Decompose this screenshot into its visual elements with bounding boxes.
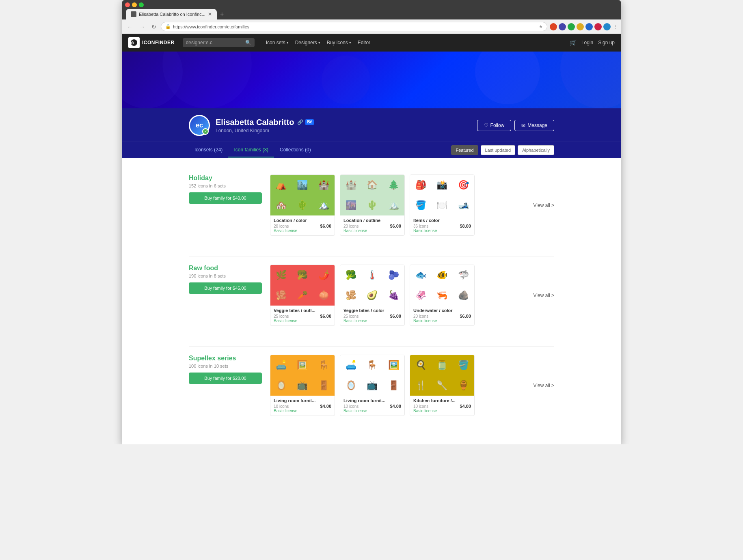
preview-icon-3: 🏰 <box>313 175 335 195</box>
browser-ext-3[interactable] <box>568 23 575 30</box>
icon-license-veggie-color: Basic license <box>343 319 401 323</box>
maximize-button[interactable] <box>139 2 144 7</box>
nav-buy-icons[interactable]: Buy icons ▾ <box>327 40 351 45</box>
family-section-holiday: Holiday 152 icons in 6 sets Buy family f… <box>189 166 554 244</box>
icon-set-preview-veggie-color: 🥦 🌡️ 🫐 🫚 🥑 🍇 <box>340 265 404 306</box>
search-input[interactable] <box>186 40 243 45</box>
tab-icon-families[interactable]: Icon families (3) <box>228 143 274 157</box>
browser-ext-1[interactable] <box>550 23 557 30</box>
preview-icon-7: 🏰 <box>340 175 362 195</box>
preview-icon-31: 🐟 <box>410 265 432 285</box>
icon-set-card-veggie-color[interactable]: 🥦 🌡️ 🫐 🫚 🥑 🍇 Veggie bites / color <box>340 265 405 326</box>
behance-icon[interactable]: Bē <box>305 119 314 125</box>
icon-set-preview-veggie-outline: 🌿 🥦 🌶️ 🫚 🥕 🧅 <box>270 265 335 306</box>
preview-icon-33: 🦈 <box>453 265 474 285</box>
view-all-holiday[interactable]: View all > <box>530 174 554 236</box>
buy-button-rawfood[interactable]: Buy family for $45.00 <box>189 282 262 294</box>
tab-collections[interactable]: Collections (0) <box>274 143 317 157</box>
family-meta-rawfood: 190 icons in 8 sets <box>189 274 262 278</box>
icon-set-preview-kitchen: 🍳 🫙 🪣 🍴 🥄 🏺 <box>410 355 474 396</box>
signup-button[interactable]: Sign up <box>598 40 615 45</box>
forward-button[interactable]: → <box>137 23 147 31</box>
icon-count-veggie-outline: 25 icons <box>274 314 289 319</box>
icon-set-card-veggie-outline[interactable]: 🌿 🥦 🌶️ 🫚 🥕 🧅 Veggie bites / outl... <box>270 265 335 326</box>
icon-set-preview-items-color: 🎒 📸 🎯 🪣 🍽️ 🎿 <box>410 175 474 215</box>
price-row-living-room-1: 10 icons $4.00 <box>274 404 331 409</box>
preview-icon-47: 📺 <box>362 375 383 396</box>
browser-ext-4[interactable] <box>577 23 584 30</box>
browser-tab[interactable]: Elisabetta Calabritto on Iconfinc... ✕ <box>126 9 217 19</box>
new-tab-button[interactable]: + <box>217 9 227 19</box>
tab-iconsets[interactable]: Iconsets (24) <box>189 143 228 157</box>
hero-circle-2 <box>162 52 252 108</box>
preview-icon-53: 🥄 <box>432 375 453 396</box>
sort-alphabetically[interactable]: Alphabetically <box>518 145 554 155</box>
preview-icon-37: 🛋️ <box>270 355 292 375</box>
close-button[interactable] <box>125 2 130 7</box>
tab-favicon <box>131 11 136 17</box>
price-row-underwater: 20 icons $6.00 <box>413 314 471 319</box>
icon-set-card-location-outline[interactable]: 🏰 🏠 🌲 🌆 🌵 🏔️ Location / outline <box>340 174 405 236</box>
icon-set-info-underwater: Underwater / color 20 icons $6.00 Basic … <box>410 306 474 325</box>
preview-icon-41: 📺 <box>292 375 313 396</box>
refresh-button[interactable]: ↻ <box>149 23 158 31</box>
family-title-holiday: Holiday <box>189 174 262 182</box>
url-bar[interactable]: 🔒 https://www.iconfinder.com/e.c/familie… <box>161 22 547 31</box>
family-meta-supellex: 100 icons in 10 sets <box>189 364 262 368</box>
app: ⊙ ICONFINDER 🔍 Icon sets ▾ Designers ▾ B <box>122 34 621 444</box>
tab-label: Elisabetta Calabritto on Iconfinc... <box>139 12 205 17</box>
preview-icon-13: 🎒 <box>410 175 432 195</box>
buy-button-holiday[interactable]: Buy family for $40.00 <box>189 192 262 204</box>
back-button[interactable]: ← <box>125 23 135 31</box>
preview-icon-26: 🌡️ <box>362 265 383 285</box>
nav-designers-chevron: ▾ <box>318 41 320 45</box>
browser-ext-2[interactable] <box>559 23 566 30</box>
browser-ext-6[interactable] <box>594 23 602 30</box>
view-all-rawfood[interactable]: View all > <box>530 265 554 326</box>
logo[interactable]: ⊙ ICONFINDER <box>128 37 175 48</box>
follow-button[interactable]: ♡ Follow <box>477 120 512 131</box>
family-section-supellex: Supellex series 100 icons in 10 sets Buy… <box>189 355 554 424</box>
price-row-location-color: 20 icons $6.00 <box>274 224 331 228</box>
view-all-supellex[interactable]: View all > <box>530 355 554 416</box>
icon-set-card-living-room-1[interactable]: 🛋️ 🖼️ 🪑 🪞 📺 🚪 Living room furnit... <box>270 355 335 416</box>
sort-featured[interactable]: Featured <box>451 145 478 155</box>
profile-actions: ♡ Follow ✉ Message <box>477 120 554 131</box>
browser-ext-7[interactable] <box>603 23 611 30</box>
icon-license-underwater: Basic license <box>413 319 471 323</box>
avatar: ec ✓ <box>189 115 210 136</box>
icon-set-card-underwater[interactable]: 🐟 🐠 🦈 🦑 🦐 🪨 Underwater / color <box>410 265 475 326</box>
hero-circle-5 <box>322 56 370 104</box>
sort-last-updated[interactable]: Last updated <box>481 145 516 155</box>
icon-count-living-room-2: 10 icons <box>343 404 359 409</box>
browser-menu[interactable]: ⋮ <box>612 24 618 30</box>
icon-count-underwater: 20 icons <box>413 314 428 319</box>
link-icon[interactable]: 🔗 <box>297 119 303 125</box>
message-button[interactable]: ✉ Message <box>514 120 554 131</box>
cart-icon[interactable]: 🛒 <box>570 39 577 46</box>
nav-buy-icons-chevron: ▾ <box>349 41 351 45</box>
icon-set-card-items-color[interactable]: 🎒 📸 🎯 🪣 🍽️ 🎿 Items / color <box>410 174 475 236</box>
icon-set-name-underwater: Underwater / color <box>413 308 471 313</box>
search-icon[interactable]: 🔍 <box>245 40 251 45</box>
nav-icon-sets-label: Icon sets <box>266 40 285 45</box>
preview-icon-51: 🪣 <box>453 355 474 375</box>
profile-name-text: Elisabetta Calabritto <box>216 118 294 127</box>
nav-editor[interactable]: Editor <box>358 40 370 45</box>
browser-ext-5[interactable] <box>585 23 593 30</box>
icon-set-card-kitchen[interactable]: 🍳 🫙 🪣 🍴 🥄 🏺 Kitchen furniture /... <box>410 355 475 416</box>
icon-set-info-living-room-1: Living room furnit... 10 icons $4.00 Bas… <box>270 396 335 416</box>
nav-icon-sets[interactable]: Icon sets ▾ <box>266 40 289 45</box>
buy-button-supellex[interactable]: Buy family for $28.00 <box>189 373 262 384</box>
preview-icon-4: 🏘️ <box>270 195 292 215</box>
family-left-holiday: Holiday 152 icons in 6 sets Buy family f… <box>189 174 262 236</box>
icon-set-card-living-room-2[interactable]: 🛋️ 🪑 🖼️ 🪞 📺 🚪 Living room furnit... <box>340 355 405 416</box>
icon-set-info-living-room-2: Living room furnit... 10 icons $4.00 Bas… <box>340 396 404 416</box>
minimize-button[interactable] <box>132 2 137 7</box>
icon-set-card-location-color[interactable]: ⛺ 🏙️ 🏰 🏘️ 🌵 🏔️ Location / color <box>270 174 335 236</box>
tab-close-button[interactable]: ✕ <box>208 11 212 17</box>
nav-designers[interactable]: Designers ▾ <box>295 40 320 45</box>
login-button[interactable]: Login <box>581 40 593 45</box>
logo-icon: ⊙ <box>128 37 140 48</box>
search-bar[interactable]: 🔍 <box>183 38 255 47</box>
